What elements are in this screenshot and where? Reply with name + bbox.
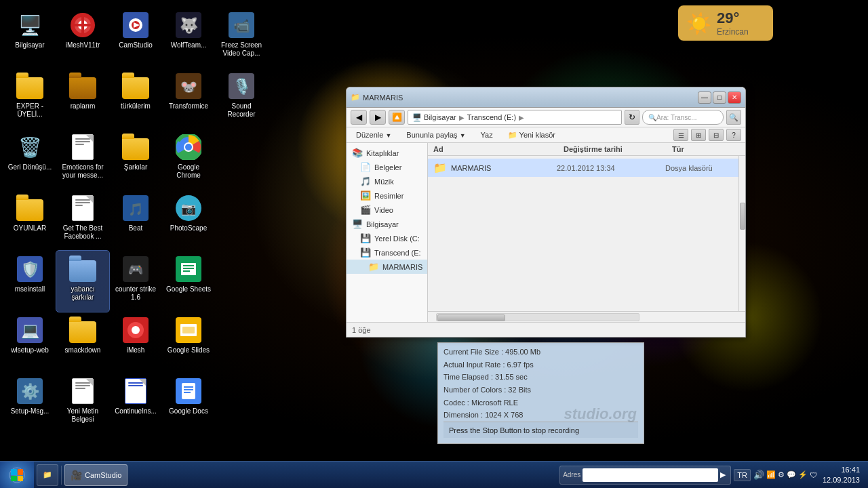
tray-icon-6[interactable]: 🛡	[810, 471, 817, 479]
sidebar-transcend[interactable]: 💾 Transcend (E:	[347, 245, 427, 260]
address-input[interactable]	[583, 468, 718, 482]
sidebar-bilgisayar[interactable]: 🖥️ Bilgisayar	[347, 217, 427, 231]
icon-geri-donusum[interactable]: 🗑️ Geri Dönüşü...	[3, 129, 56, 190]
address-go-icon[interactable]: ▶	[720, 470, 726, 479]
address-bar[interactable]: 🖥️ Bilgisayar ▶ Transcend (E:) ▶	[408, 110, 622, 125]
address-bar-taskbar[interactable]: Adres ▶	[559, 466, 731, 485]
breadcrumb-transcend: Transcend (E:)	[467, 113, 516, 121]
transformice-label: Transformice	[169, 102, 208, 110]
search-bar[interactable]: 🔍 Ara: Transc...	[642, 110, 724, 125]
sidebar-yerel-disk[interactable]: 💾 Yerel Disk (C:	[347, 231, 427, 245]
item-count: 1 öğe	[352, 326, 371, 334]
icon-raplarım[interactable]: raplarım	[56, 68, 109, 129]
continuein-icon	[121, 377, 150, 405]
help-button[interactable]: ?	[726, 129, 741, 141]
sidebar-belgeler[interactable]: 📄 Belgeler	[347, 160, 427, 174]
google-chrome-icon	[174, 133, 203, 161]
icon-setup-msg[interactable]: ⚙️ Setup-Msg...	[3, 373, 56, 434]
h-scrollbar-track[interactable]	[436, 313, 639, 321]
search-button[interactable]: 🔍	[726, 110, 741, 125]
vertical-scrollbar[interactable]	[738, 156, 745, 311]
view-list-button[interactable]: ☰	[673, 129, 688, 141]
sidebar-kitaplıklar[interactable]: 📚 Kitaplıklar	[347, 146, 427, 160]
yabanci-sarkilar-icon	[68, 255, 97, 283]
sidebar-müzik[interactable]: 🎵 Müzik	[347, 174, 427, 188]
tray-icon-2[interactable]: 📶	[766, 470, 776, 479]
view-tiles-button[interactable]: ⊟	[709, 129, 724, 141]
menu-yaz[interactable]: Yaz	[475, 130, 498, 140]
weather-widget[interactable]: ☀️ 29° Erzincan	[678, 5, 773, 41]
wlsetup-web-icon: 💻	[16, 316, 44, 344]
svg-text:⚙️: ⚙️	[21, 382, 40, 401]
transformice-icon: 🐭	[174, 72, 203, 100]
icon-wlsetup-web[interactable]: 💻 wlsetup-web	[3, 312, 56, 373]
minimize-button[interactable]: —	[698, 92, 711, 104]
icon-google-sheets[interactable]: Google Sheets	[162, 251, 215, 312]
close-button[interactable]: ✕	[728, 92, 741, 104]
icon-sarkilar[interactable]: Şarkılar	[109, 129, 162, 190]
sidebar-video[interactable]: 🎬 Video	[347, 203, 427, 217]
svg-rect-47	[184, 389, 193, 390]
start-button[interactable]	[0, 462, 34, 489]
icon-google-docs[interactable]: Google Docs	[162, 373, 215, 434]
tray-icon-5[interactable]: ⚡	[798, 470, 808, 479]
svg-point-20	[185, 144, 192, 150]
icon-continuein[interactable]: ContinueIns...	[109, 373, 162, 434]
tray-icon-4[interactable]: 💬	[787, 470, 796, 479]
icon-google-slides[interactable]: Google Slides	[162, 312, 215, 373]
icon-photoscape[interactable]: 📷 PhotoScape	[162, 190, 215, 251]
horizontal-scrollbar[interactable]	[428, 311, 745, 322]
icon-beat[interactable]: 🎵 Beat	[109, 190, 162, 251]
tray-icon-3[interactable]: ⚙	[778, 470, 785, 479]
table-row[interactable]: 📁 MARMARIS 22.01.2012 13:34 Dosya klasör…	[428, 159, 738, 177]
icon-get-best-facebook[interactable]: Get The Best Facebook ...	[56, 190, 109, 251]
tray-icon-1[interactable]: 🔊	[753, 470, 764, 480]
icon-oyunlar[interactable]: OYUNLAR	[3, 190, 56, 251]
icon-transformice[interactable]: 🐭 Transformice	[162, 68, 215, 129]
up-button[interactable]: 🔼	[389, 110, 405, 125]
h-scrollbar-thumb[interactable]	[437, 314, 505, 321]
sidebar-resimler[interactable]: 🖼️ Resimler	[347, 188, 427, 203]
icon-camstudio[interactable]: CamStudio	[109, 7, 162, 68]
language-button[interactable]: TR	[734, 469, 751, 481]
refresh-button[interactable]: ↻	[625, 110, 639, 125]
freez-label: Freez Screen Video Cap...	[218, 41, 265, 58]
view-details-button[interactable]: ⊞	[691, 129, 706, 141]
taskbar-camstudio[interactable]: 🎥 CamStudio	[64, 464, 127, 486]
icon-exper[interactable]: EXPER - ÜYELİ...	[3, 68, 56, 129]
taskbar-folder-icon: 📁	[43, 470, 52, 479]
icon-bilgisayar[interactable]: 🖥️ Bilgisayar	[3, 7, 56, 68]
icon-mseinstall[interactable]: 🛡️ mseinstall	[3, 251, 56, 312]
menu-yeni-klasor[interactable]: 📁 Yeni klasör	[502, 130, 561, 140]
icon-türkülerim[interactable]: türkülerim	[109, 68, 162, 129]
breadcrumb-arrow2: ▶	[519, 114, 524, 121]
taskbar-camstudio-icon: 🎥	[71, 470, 82, 481]
window-title-text: MARMARIS	[363, 94, 403, 102]
yeni-metin-icon	[68, 377, 97, 405]
scrollbar-thumb[interactable]	[740, 203, 745, 230]
icon-sound-recorder[interactable]: 🎙️ Sound Recorder	[215, 68, 268, 129]
icon-yeni-metin[interactable]: Yeni Metin Belgesi	[56, 373, 109, 434]
icon-imeshv11tr[interactable]: iMeshV11tr	[56, 7, 109, 68]
taskbar-folder[interactable]: 📁	[37, 464, 58, 486]
back-button[interactable]: ◀	[351, 110, 367, 125]
rec-file-size: Current File Size : 495.00 Mb	[443, 346, 638, 359]
sidebar-marmaris[interactable]: 📁 MARMARIS	[347, 260, 427, 274]
imesh-label: iMesh	[127, 346, 145, 354]
menu-bununla[interactable]: Bununla paylaş ▼	[401, 130, 471, 140]
icon-smackdown[interactable]: smackdown	[56, 312, 109, 373]
rec-colors: Number of Colors : 32 Bits	[443, 384, 638, 396]
clock[interactable]: 16:41 12.09.2013	[820, 465, 863, 485]
forward-button[interactable]: ▶	[370, 110, 386, 125]
yerel-disk-icon: 💾	[360, 233, 371, 243]
maximize-button[interactable]: □	[713, 92, 726, 104]
yabanci-sarkilar-label: yabancı şarkılar	[59, 285, 106, 302]
icon-emoticons[interactable]: Emoticons for your messe...	[56, 129, 109, 190]
icon-yabanci-sarkilar[interactable]: yabancı şarkılar	[56, 251, 109, 312]
icon-counter-strike[interactable]: 🎮 counter strike 1.6	[109, 251, 162, 312]
icon-imesh[interactable]: iMesh	[109, 312, 162, 373]
menu-duzenle[interactable]: Düzenle ▼	[351, 130, 397, 140]
icon-google-chrome[interactable]: Google Chrome	[162, 129, 215, 190]
icon-freez[interactable]: 📹 Freez Screen Video Cap...	[215, 7, 268, 68]
icon-wolfteam[interactable]: 🐺 WolfTeam...	[162, 7, 215, 68]
